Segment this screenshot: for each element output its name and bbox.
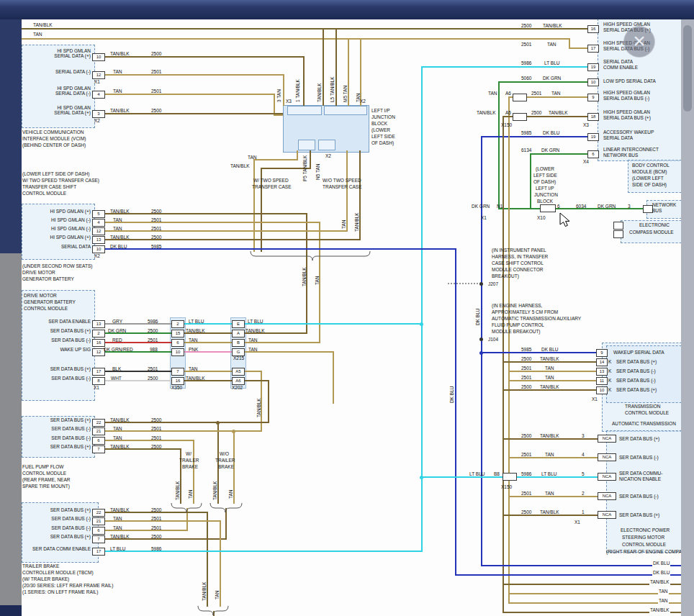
wire-label: LT BLU [469,471,485,477]
junction-dot [479,351,483,355]
wire-segment [283,74,284,106]
pin-box: NCA [598,453,616,461]
wire-label: X2 [325,153,331,159]
wire-label: TAN [189,366,198,372]
wire-label: (IN ENGINE HARNESS, [492,303,542,309]
close-button[interactable]: × [623,26,655,58]
wire-label: 2501 [148,366,158,372]
wire-label: TAN [215,590,220,599]
wire-label: TAN/BLK [186,328,205,334]
wire-label: TAN/BLK [33,22,53,28]
wire-label: SER DATA BUS (+) [50,507,91,513]
wire-label: (LOWER LEFT [632,176,664,181]
wire-segment [527,96,587,98]
wire-label: HI SPD GMLAN (-) [51,217,91,223]
wire-label: TRANSFER CASE [323,184,362,190]
wire-label: JUNCTION [371,114,395,120]
wire-label: SER DATA BUS (-) [619,494,659,499]
wire-label: TAN/BLK [186,376,205,381]
wire-label: ELECTRONIC POWER [621,527,670,533]
wire-label: 2500 [148,328,158,334]
pin-box: 16 [171,377,184,385]
wire-label: A6 [505,91,511,96]
wire-label: MODULE (BCM) [632,169,667,175]
wire-label: STEERING MOTOR [622,535,664,540]
pin-box [503,473,517,481]
wire-segment [421,66,587,68]
wire-label: SER DATA BUS (+) [616,359,657,365]
wire-label: X3 [583,122,589,128]
wire-label: DK BLU [541,347,558,353]
pin-box [513,113,527,121]
wire-label: K [608,387,611,393]
wire-label: 2501 [151,525,161,531]
pin-box: 17 [92,548,105,556]
wire-label: TAN [228,489,234,499]
wire-label: SER DATA BUS (-) [51,525,91,531]
wire-label: 5985 [151,244,161,250]
pin-box: 10 [596,386,608,394]
pin-box: 16 [587,25,599,33]
wire-label: TAN/BLK [110,209,130,214]
wire-label: WHT [111,376,122,381]
wire-label: BRAKE [218,464,234,470]
junction-connector [318,140,335,150]
wire-label: W/O TWO SPEED [323,178,361,184]
wire-label: 2500 [151,534,161,540]
wire-label: DK GRN [472,204,490,209]
wire-label: X1 [481,215,487,221]
wire-label: TAN [547,42,556,47]
wire-label: SER DATA BUS (-) [616,378,656,384]
wire-label: SER DATA BUS (+) [50,328,91,334]
wire-segment [105,56,303,58]
wire-label: J104 [488,337,498,343]
wire-label: SER DATA BUS (-) [619,455,659,461]
wire-label: 5986 [151,546,161,552]
wire-label: GENERATOR BATTERY [24,299,76,305]
wire-label: SER DATA BUS (-) [616,368,656,374]
vertical-scrollbar[interactable] [681,19,694,616]
wire-label: 2500 [521,356,531,362]
wire-label: P5 TAN/BLK [302,155,308,181]
wire-label: TAN/BLK [649,607,670,613]
wire-label: CONTROL MODULE [22,191,66,196]
wire-label: FUEL PUMP FLOW [22,464,63,470]
wire-label: TAN/BLK [212,481,218,500]
wire-label: X150 [501,484,512,490]
pin-box: 6 [92,527,105,535]
wire-label: BODY CONTROL [632,163,670,168]
wire-label: X3 [286,99,292,104]
wire-label: LEFT I/P [371,108,390,114]
wire-label: LT BLU [110,546,125,552]
wire-label: COMPASS MODULE [629,230,674,235]
wire-label: 6 [557,204,560,209]
pin-box: 8 [92,377,105,385]
wire-segment [243,380,268,381]
wire-label: 988 [150,347,158,353]
pin-box: 7 [171,368,184,376]
wire-label: TAN/BLK [540,384,559,390]
wire-label: SERIAL DATA (-) [55,69,91,75]
pin-box: 6 [587,150,599,158]
junction-dot [420,476,423,479]
wire-label: GENERATOR BATTERY [22,276,74,282]
wire-segment [105,239,359,240]
wire-label: (LOWER LEFT SIDE OF DASH) [22,171,89,177]
wire-label: SERIAL DATA (-) [55,91,91,96]
wire-label: 6134 [521,148,531,153]
wire-label: X150 [501,122,512,128]
wire-label: K [608,368,611,374]
pin-box: 18 [587,113,599,121]
wire-label: SER DATA BUS (-) [51,435,91,441]
wire-segment [253,159,255,252]
wire-label: AUTOMATIC TRANSMISSION [612,421,676,427]
scrollbar-thumb[interactable] [683,25,692,112]
wire-label: (LOWER [536,166,554,172]
wire-label: DRIVE MOTOR [22,270,55,276]
wire-label: TRANSFER CASE SHIFT [22,184,76,190]
wire-label: SER DATA BUS (+) [50,444,91,450]
junction-dot [420,322,423,326]
pin-box [613,230,623,238]
wire-label: SER DATA BUS (-) [51,376,91,381]
wire-segment [508,593,682,594]
